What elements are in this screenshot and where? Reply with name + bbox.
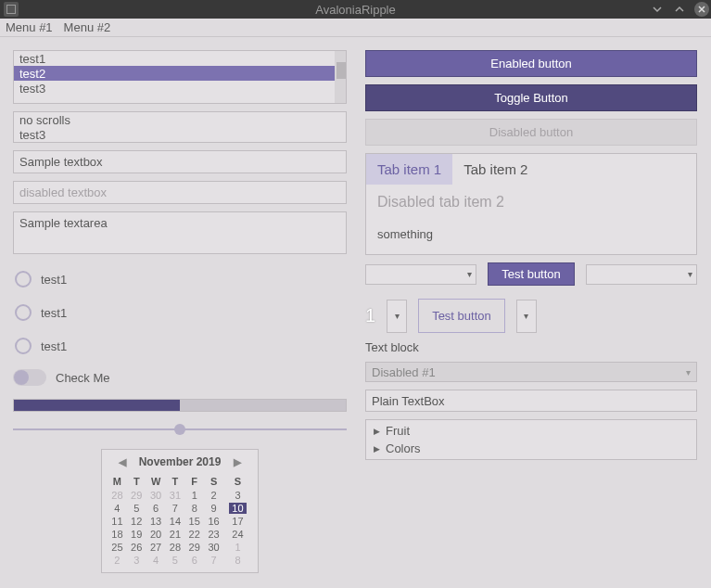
tabhost: Tab item 1 Tab item 2 Disabled tab item … xyxy=(365,153,697,255)
toggle-button[interactable]: Toggle Button xyxy=(365,84,697,111)
caret-right-icon: ▶ xyxy=(374,427,380,436)
progressbar-fill xyxy=(14,400,180,411)
calendar-day[interactable]: 19 xyxy=(127,528,146,541)
list-item[interactable]: test1 xyxy=(14,51,335,66)
calendar-day[interactable]: 24 xyxy=(223,528,252,541)
radio-option[interactable]: test1 xyxy=(15,271,347,288)
calendar-day[interactable]: 17 xyxy=(223,515,252,528)
spinner-dropdown[interactable]: ▾ xyxy=(387,300,407,333)
calendar-day[interactable]: 1 xyxy=(223,541,252,554)
window-title: AvaloniaRipple xyxy=(0,3,711,17)
menu-item-2[interactable]: Menu #2 xyxy=(64,20,111,34)
text-block-label: Text block xyxy=(365,340,697,354)
radio-option[interactable]: test1 xyxy=(15,304,347,321)
maximize-icon[interactable] xyxy=(672,2,687,17)
tree-node[interactable]: ▶Fruit xyxy=(366,422,696,440)
calendar-day[interactable]: 30 xyxy=(146,489,166,502)
scrollbar[interactable] xyxy=(335,51,346,103)
calendar-day[interactable]: 29 xyxy=(127,489,146,502)
test-button-2[interactable]: Test button xyxy=(418,299,505,333)
menubar: Menu #1 Menu #2 xyxy=(0,19,711,37)
calendar-day[interactable]: 16 xyxy=(204,515,223,528)
calendar-day[interactable]: 6 xyxy=(146,502,166,515)
calendar-day[interactable]: 2 xyxy=(108,554,127,567)
calendar-day[interactable]: 14 xyxy=(165,515,184,528)
calendar-day[interactable]: 8 xyxy=(184,502,204,515)
calendar-day[interactable]: 22 xyxy=(184,528,204,541)
slider[interactable] xyxy=(13,423,347,436)
sample-textbox[interactable] xyxy=(13,150,347,173)
calendar-day[interactable]: 11 xyxy=(108,515,127,528)
scrollbar-thumb[interactable] xyxy=(336,62,346,79)
spinner-dropdown-2[interactable]: ▾ xyxy=(516,300,537,333)
listbox-scrollable[interactable]: test1 test2 test3 xyxy=(13,50,347,104)
slider-knob-icon[interactable] xyxy=(174,424,185,435)
calendar-header[interactable]: November 2019 xyxy=(139,455,222,468)
calendar-dow: F xyxy=(184,474,204,489)
chevron-down-icon: ▾ xyxy=(686,367,691,377)
chevron-down-icon: ▾ xyxy=(395,311,400,321)
treeview[interactable]: ▶Fruit ▶Colors xyxy=(365,419,697,460)
calendar-day[interactable]: 27 xyxy=(146,541,166,554)
list-item[interactable]: test3 xyxy=(14,81,335,96)
test-button-1[interactable]: Test button xyxy=(488,262,575,286)
toggle-switch[interactable] xyxy=(13,369,46,386)
minimize-icon[interactable] xyxy=(650,2,665,17)
calendar-day[interactable]: 18 xyxy=(108,528,127,541)
calendar[interactable]: ◀ November 2019 ▶ MTWTFSS 28293031123456… xyxy=(101,449,259,573)
calendar-day[interactable]: 5 xyxy=(165,554,184,567)
radio-circle-icon xyxy=(15,304,32,321)
radio-circle-icon xyxy=(15,338,32,354)
calendar-prev-icon[interactable]: ◀ xyxy=(119,456,126,468)
listbox-noscroll[interactable]: no scrolls test3 xyxy=(13,111,347,143)
calendar-day[interactable]: 4 xyxy=(108,502,127,515)
tab-item-1[interactable]: Tab item 1 xyxy=(366,154,452,185)
calendar-day[interactable]: 7 xyxy=(165,502,184,515)
calendar-day[interactable]: 25 xyxy=(108,541,127,554)
calendar-day[interactable]: 4 xyxy=(146,554,166,567)
combobox-1[interactable]: ▾ xyxy=(365,264,476,285)
calendar-day[interactable]: 5 xyxy=(127,502,146,515)
calendar-day[interactable]: 21 xyxy=(165,528,184,541)
toggle-label: Check Me xyxy=(56,371,110,385)
calendar-day[interactable]: 8 xyxy=(223,554,252,567)
plain-textbox[interactable]: Plain TextBox xyxy=(365,390,697,412)
calendar-day[interactable]: 3 xyxy=(127,554,146,567)
calendar-day[interactable]: 28 xyxy=(165,541,184,554)
tab-item-2[interactable]: Tab item 2 xyxy=(452,154,539,185)
radio-option[interactable]: test1 xyxy=(15,338,347,354)
tab-content: something xyxy=(366,220,696,254)
calendar-day[interactable]: 1 xyxy=(184,489,204,502)
calendar-day[interactable]: 2 xyxy=(204,489,223,502)
calendar-day[interactable]: 6 xyxy=(184,554,204,567)
calendar-day[interactable]: 20 xyxy=(146,528,166,541)
menu-item-1[interactable]: Menu #1 xyxy=(6,20,53,34)
calendar-day[interactable]: 12 xyxy=(127,515,146,528)
enabled-button[interactable]: Enabled button xyxy=(365,50,697,77)
close-icon[interactable] xyxy=(694,2,709,17)
calendar-day[interactable]: 31 xyxy=(165,489,184,502)
calendar-next-icon[interactable]: ▶ xyxy=(234,456,241,468)
tree-node[interactable]: ▶Colors xyxy=(366,440,696,457)
calendar-day[interactable]: 29 xyxy=(184,541,204,554)
calendar-dow: T xyxy=(165,474,184,489)
calendar-dow: S xyxy=(204,474,223,489)
calendar-day[interactable]: 10 xyxy=(223,502,252,515)
list-item[interactable]: test2 xyxy=(14,66,335,81)
calendar-day[interactable]: 3 xyxy=(223,489,252,502)
disabled-button: Disabled button xyxy=(365,119,697,146)
combobox-2[interactable]: ▾ xyxy=(586,264,697,285)
calendar-day[interactable]: 26 xyxy=(127,541,146,554)
calendar-day[interactable]: 13 xyxy=(146,515,166,528)
calendar-day[interactable]: 15 xyxy=(184,515,204,528)
list-item[interactable]: no scrolls xyxy=(14,112,346,127)
disabled-combobox: Disabled #1 ▾ xyxy=(365,362,697,382)
calendar-day[interactable]: 7 xyxy=(204,554,223,567)
calendar-day[interactable]: 28 xyxy=(108,489,127,502)
calendar-day[interactable]: 23 xyxy=(204,528,223,541)
radio-circle-icon xyxy=(15,271,32,288)
list-item[interactable]: test3 xyxy=(14,127,346,142)
calendar-day[interactable]: 30 xyxy=(204,541,223,554)
calendar-day[interactable]: 9 xyxy=(204,502,223,515)
sample-textarea[interactable]: Sample textarea xyxy=(13,211,347,254)
